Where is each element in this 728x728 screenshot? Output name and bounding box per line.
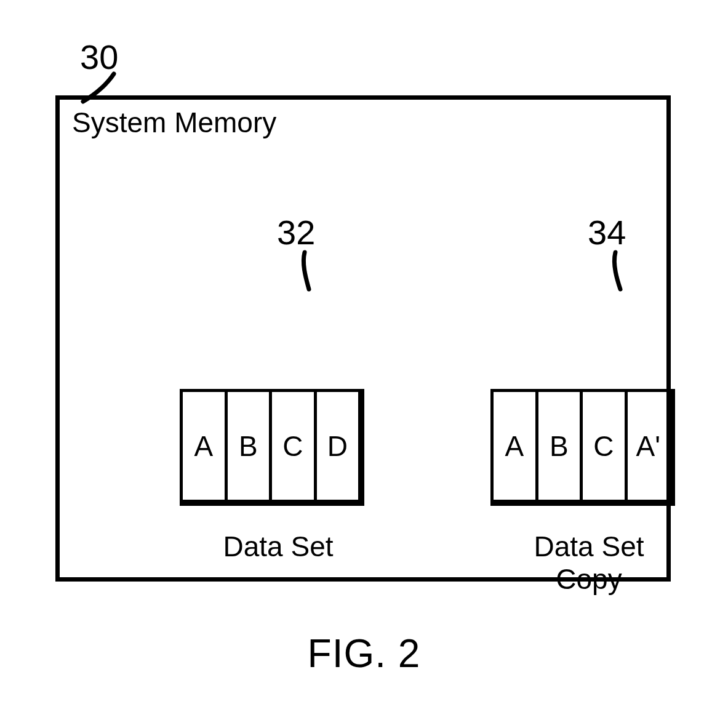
system-memory-box: System Memory A B C D A B C A' Data Set … bbox=[55, 95, 671, 582]
data-set-copy-cell-b: B bbox=[538, 392, 583, 500]
system-memory-title: System Memory bbox=[72, 106, 276, 139]
data-set-cell-b: B bbox=[228, 392, 273, 500]
data-set-copy-label-line2: Copy bbox=[556, 563, 622, 595]
reference-number-30: 30 bbox=[80, 37, 118, 77]
data-set-copy-cell-a: A bbox=[494, 392, 538, 500]
reference-number-32: 32 bbox=[277, 212, 315, 252]
reference-number-34: 34 bbox=[588, 212, 626, 252]
data-set-copy-block: A B C A' bbox=[490, 389, 675, 506]
data-set-copy-cell-c: C bbox=[583, 392, 628, 500]
data-set-copy-cells: A B C A' bbox=[490, 389, 675, 506]
data-set-copy-cell-aprime: A' bbox=[628, 392, 670, 500]
data-set-copy-label-line1: Data Set bbox=[534, 530, 644, 562]
data-set-cells: A B C D bbox=[180, 389, 364, 506]
data-set-block: A B C D bbox=[180, 389, 364, 506]
data-set-copy-label: Data Set Copy bbox=[521, 530, 657, 596]
data-set-cell-a: A bbox=[183, 392, 228, 500]
data-set-label: Data Set bbox=[210, 530, 346, 563]
data-set-cell-d: D bbox=[317, 392, 359, 500]
figure-caption: FIG. 2 bbox=[0, 631, 728, 676]
data-set-cell-c: C bbox=[272, 392, 317, 500]
